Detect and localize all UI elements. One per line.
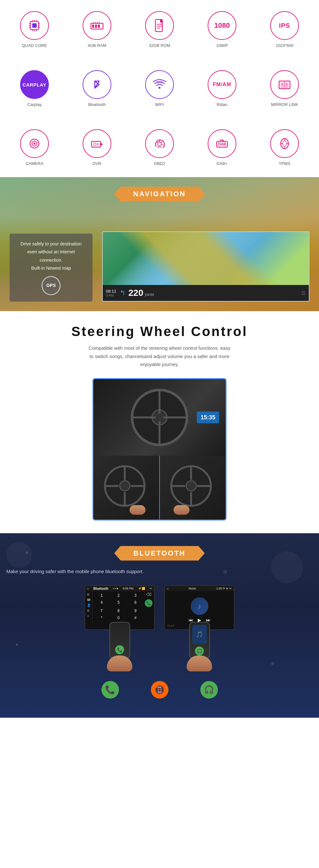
svg-rect-31 [280,82,284,88]
bt-phone-right: 🎵 🎧 [187,622,212,672]
svg-rect-32 [285,82,289,88]
nav-text-line1: Drive safely to your destination [18,240,85,248]
bt-key-3[interactable]: 3 [127,592,143,599]
sw-right-spoke-bottom [190,492,192,505]
carplay-label: Carplay [27,102,42,107]
bt-key-empty2 [144,615,153,621]
feature-bluetooth: Bluetooth [66,65,128,112]
bt-key-1[interactable]: 1 [93,592,110,599]
nav-banner: NAVIGATION [114,187,205,202]
svg-point-27 [159,87,160,89]
left-hand [129,505,146,515]
camera-icon-wrap [20,129,49,158]
feature-32gb-rom: 32GB ROM [128,6,191,53]
nav-text-line2: even without an internet connection. [18,248,85,264]
bt-dialer-body: ⊞ ☎ 👤 ⚙ ✦ 1 2 3 ⌫ 4 5 [85,591,154,622]
bt-key-8[interactable]: 8 [110,608,127,614]
bt-music-note-icon: ♪ [191,597,208,615]
bt-key-4[interactable]: 4 [93,599,110,607]
steering-title: Steering Wheel Control [6,324,313,339]
sw-right-spoke-right [197,485,210,487]
dvr-icon-wrap [83,129,111,158]
bt-phone-left-btn[interactable]: 📞 [115,645,124,654]
bt-screens-row: ⌂ Bluetooth ▪ ▪ ● 9:06 PM ⚡📶 ↩ ⊞ ☎ 👤 ⚙ ✦ [6,585,313,672]
1080p-icon-wrap: 1080 [208,11,236,40]
wifi-label: WIFI [155,102,164,107]
steering-section: Steering Wheel Control Compatible with m… [0,311,319,533]
feature-mirror-link: MIRROR LINK [253,65,316,112]
bt-key-grid: 1 2 3 ⌫ 4 5 6 📞 7 8 9 * [93,592,153,621]
bt-key-9[interactable]: 9 [127,608,143,614]
carplay-icon: CARPLAY [23,82,46,87]
bt-key-hash[interactable]: # [127,615,143,621]
nav-speed-display: 220 yards [129,288,154,298]
bt-left-group: ⌂ Bluetooth ▪ ▪ ● 9:06 PM ⚡📶 ↩ ⊞ ☎ 👤 ⚙ ✦ [85,585,155,672]
bt-status-icons: ⚡📶 [138,587,145,590]
quad-core-label: QUAD CORE [22,43,47,48]
bt-key-del[interactable]: ⌫ [144,592,153,599]
bluetooth-label: Bluetooth [88,102,106,107]
bt-settings-sidebar-icon: ⚙ [87,609,91,612]
steering-wheel-right-graphic [170,465,215,510]
bt-key-2[interactable]: 2 [110,592,127,599]
nav-map-distance: 3.4mi [106,293,117,297]
dab-icon-wrap: DAB [208,129,236,158]
gps-label: GPS [46,281,56,289]
bt-key-5[interactable]: 5 [110,599,127,607]
bt-music-topbar: ⌂ Music 1:05 ⟳ ≋ ↩ [165,586,234,591]
mirror-icon [277,76,292,93]
bt-bluetooth-sidebar-icon: ✦ [87,614,91,618]
svg-rect-16 [95,25,97,28]
steering-wheel-graphic [131,389,188,446]
bt-signal-icon: ▪ ▪ ● [113,587,118,590]
bt-phone-right-btn[interactable]: 🎧 [195,647,204,655]
steering-wheel-right [170,465,212,507]
camera-icon [27,135,42,152]
bt-music-note: ♪ [197,602,201,611]
sw-left-spoke-bottom [124,492,126,505]
nav-speed: 220 [129,288,143,298]
quad-core-icon-wrap [20,11,49,40]
bt-home-icon: ⌂ [87,587,89,590]
bt-dialer-time: 9:06 PM [123,587,134,590]
dab-label: DAB+ [217,161,227,166]
bt-contact-icon: 👤 [87,603,91,607]
bt-key-empty [144,608,153,614]
bt-key-star[interactable]: * [93,615,110,621]
bt-music-play-btn[interactable]: 🎧 [200,681,218,699]
obd2-label: OBD2 [154,161,165,166]
feature-wifi: Wi-Fi WIFI [128,65,191,112]
steering-time-display: 15:35 [197,411,219,423]
navigation-section: NAVIGATION Drive safely to your destinat… [0,177,319,311]
bt-key-7[interactable]: 7 [93,608,110,614]
bt-back-icon: ↩ [150,587,152,590]
bt-phone-end-btn[interactable]: 📵 [151,681,168,699]
svg-rect-25 [157,26,162,27]
dvr-label: DVR [93,161,101,166]
bluetooth-icon-wrap [83,70,111,99]
bt-music-label: Music [189,587,196,590]
sw-right-center [186,480,197,491]
bt-flat-label: FLAT [167,624,174,627]
bt-phone-left: 📞 [107,622,132,672]
bt-music-home-icon: ⌂ [167,587,168,590]
svg-point-51 [283,141,286,147]
bt-dialpad: 1 2 3 ⌫ 4 5 6 📞 7 8 9 * [93,591,154,622]
sw-spoke-right [163,416,186,418]
tpms-icon [277,135,292,152]
ips-icon: IPS [279,22,290,29]
bt-key-call[interactable]: 📞 [145,599,153,607]
bt-key-6[interactable]: 6 [127,599,143,607]
svg-text:DAB: DAB [218,142,226,147]
camera-label: CAMERA [26,161,43,166]
bt-key-0[interactable]: 0 [110,615,127,621]
nav-time: 08:11 3.4mi [106,289,117,297]
svg-rect-23 [160,20,162,23]
obd2-icon [152,135,167,152]
bt-phone-right-body: 🎵 🎧 [189,622,210,659]
svg-marker-40 [100,143,103,146]
svg-point-41 [93,143,96,146]
bt-phone-call-btn[interactable]: 📞 [101,681,119,699]
nav-unit: yards [145,292,154,297]
sw-spoke-top [159,391,160,413]
